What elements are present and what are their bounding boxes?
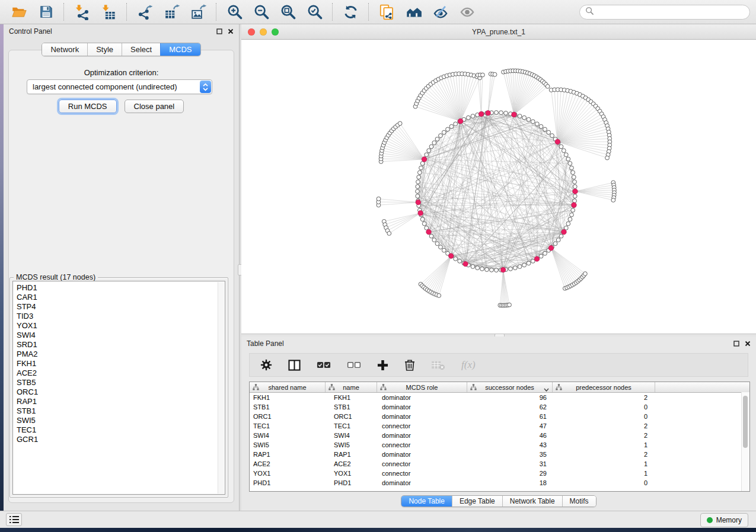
network-node-mcds[interactable] [422,157,427,162]
network-node[interactable] [458,259,462,263]
column-header-predecessor-nodes[interactable]: predecessor nodes [553,382,655,392]
network-node[interactable] [416,190,420,194]
export-table-icon[interactable] [158,1,185,23]
tab-style[interactable]: Style [87,43,122,56]
network-node[interactable] [471,114,475,118]
network-node[interactable] [559,145,563,149]
fx-icon[interactable]: f(x) [461,359,476,371]
network-node[interactable] [531,120,535,124]
network-node-mcds[interactable] [555,139,560,145]
network-node[interactable] [573,180,577,184]
column-header-successor-nodes[interactable]: successor nodes [467,382,553,392]
network-node[interactable] [550,134,554,138]
mcds-result-item[interactable]: CAR1 [17,293,225,302]
network-node-mcds[interactable] [512,112,517,117]
float-panel-icon[interactable] [216,28,222,34]
mcds-result-item[interactable]: GCR1 [17,435,225,444]
mcds-result-item[interactable]: SWI5 [17,416,225,425]
network-node[interactable] [539,124,543,129]
network-node[interactable] [513,266,517,270]
network-node[interactable] [568,217,572,222]
mcds-result-item[interactable]: SWI4 [17,331,225,340]
eye-disabled-icon[interactable] [454,1,480,23]
network-node[interactable] [416,180,420,184]
table-row[interactable]: STB1STB1dominator620 [250,402,749,412]
tab-motifs[interactable]: Motifs [562,496,596,507]
network-node[interactable] [522,116,527,120]
network-node-mcds[interactable] [500,267,506,273]
network-node[interactable] [422,222,426,226]
network-node[interactable] [509,267,513,271]
zoom-fit-icon[interactable] [275,1,301,23]
mcds-result-item[interactable]: STB5 [17,378,225,387]
criterion-dropdown[interactable]: largest connected component (undirected) [27,79,212,94]
mcds-result-item[interactable]: STP4 [17,302,225,312]
network-node[interactable] [449,124,454,129]
network-node[interactable] [543,251,547,255]
table-row[interactable]: YOX1YOX1connector291 [250,469,749,478]
mcds-result-item[interactable]: RAP1 [17,397,225,406]
import-network-icon[interactable] [69,1,95,23]
network-node[interactable] [416,194,420,198]
houses-icon[interactable] [400,1,427,23]
network-node[interactable] [446,127,450,132]
network-canvas[interactable] [241,40,756,334]
network-node[interactable] [546,84,550,88]
network-node-mcds[interactable] [573,189,578,194]
network-node[interactable] [553,242,557,246]
network-node[interactable] [499,111,503,115]
network-node[interactable] [442,248,446,252]
network-node-mcds[interactable] [416,200,421,205]
column-header-shared-name[interactable]: shared name [250,382,326,392]
network-node[interactable] [535,122,539,126]
network-node[interactable] [573,194,577,198]
delete-table-icon[interactable] [431,360,445,370]
network-node[interactable] [435,242,439,246]
mcds-result-item[interactable]: SRD1 [17,340,225,350]
export-image-icon[interactable] [185,1,212,23]
network-node[interactable] [583,272,587,276]
network-node-mcds[interactable] [426,229,432,235]
network-node[interactable] [518,265,522,269]
network-node[interactable] [419,166,423,170]
close-panel-button[interactable]: Close panel [125,100,184,113]
zoom-selected-icon[interactable] [301,1,328,23]
mcds-result-item[interactable]: PMA2 [17,350,225,359]
mcds-result-item[interactable]: ACE2 [17,368,225,378]
mcds-result-item[interactable]: TEC1 [17,425,225,435]
close-panel-icon[interactable] [228,28,234,34]
table-row[interactable]: ACE2ACE2connector311 [250,459,749,469]
network-node[interactable] [429,234,433,238]
network-node[interactable] [527,117,531,121]
network-list-button[interactable] [6,513,22,526]
close-panel-icon[interactable] [745,341,751,347]
tab-network-table[interactable]: Network Table [502,496,562,507]
network-node[interactable] [417,171,422,175]
delete-row-icon[interactable] [404,359,415,371]
network-node[interactable] [480,267,484,271]
search-input[interactable] [597,7,744,17]
network-node[interactable] [522,263,527,267]
tab-select[interactable]: Select [122,43,160,56]
network-node[interactable] [466,116,470,120]
network-node[interactable] [573,199,577,203]
import-table-icon[interactable] [95,1,122,23]
mcds-result-item[interactable]: FKH1 [17,359,225,368]
network-node[interactable] [377,197,381,201]
zoom-traffic-light[interactable] [272,28,279,36]
table-row[interactable]: RAP1RAP1dominator352 [250,450,749,459]
network-node[interactable] [543,127,547,132]
network-node[interactable] [398,121,402,126]
network-node[interactable] [429,145,433,149]
search-box[interactable] [579,5,750,20]
network-node[interactable] [439,134,443,138]
network-node[interactable] [420,217,425,222]
network-node[interactable] [539,254,543,258]
run-mcds-button[interactable]: Run MCDS [59,100,117,113]
network-node[interactable] [476,266,480,270]
save-icon[interactable] [33,1,59,23]
network-node[interactable] [454,122,458,126]
table-row[interactable]: SWI4SWI4dominator462 [250,431,749,440]
refresh-layout-icon[interactable] [337,1,364,23]
table-row[interactable]: SWI5SWI5connector431 [250,440,749,450]
